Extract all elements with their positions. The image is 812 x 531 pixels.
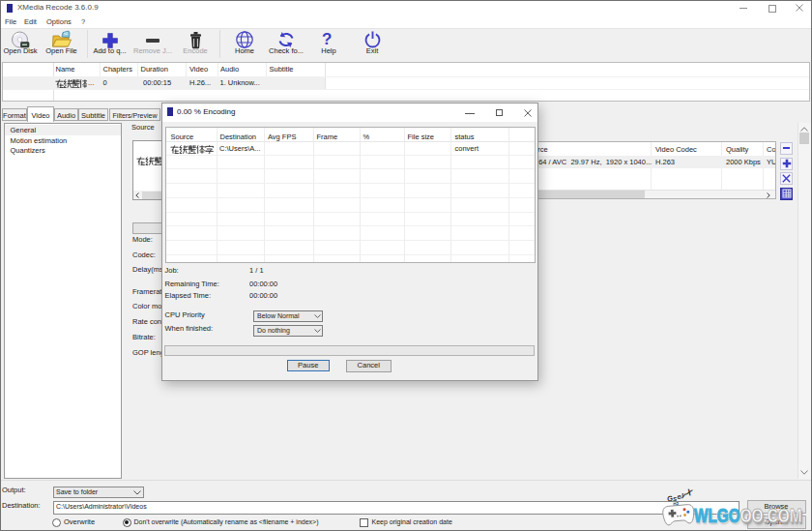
svg-text:H2: H2 xyxy=(673,501,680,507)
